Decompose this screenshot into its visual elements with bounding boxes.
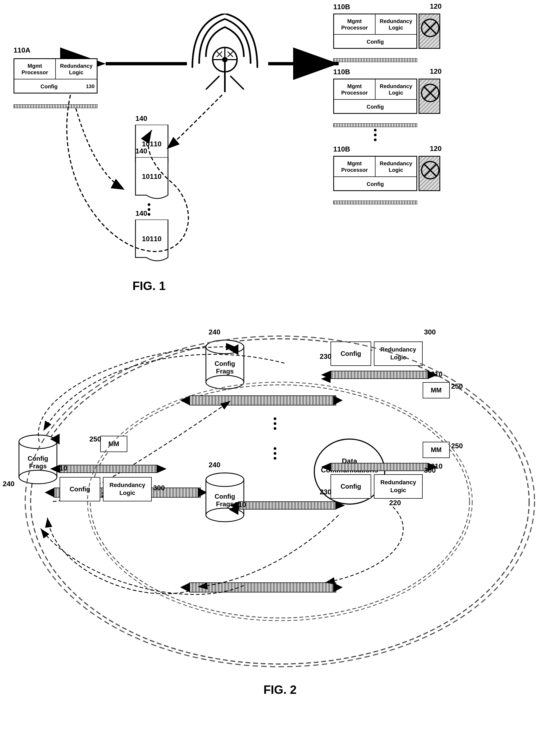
- svg-point-77: [19, 435, 57, 448]
- svg-point-68: [206, 508, 244, 522]
- redundancy-logic-110b2: RedundancyLogic: [376, 79, 416, 99]
- bus-bar-bot: [238, 501, 336, 509]
- bus-bar-top: [331, 371, 428, 379]
- svg-text:Config: Config: [214, 360, 235, 367]
- config-label-top: Config: [341, 350, 361, 357]
- label-140-3: 140: [135, 209, 147, 218]
- mgmt-processor-110b3: MgmtProcessor: [334, 157, 376, 176]
- label-240-bot: 240: [208, 461, 220, 469]
- config-110b1: Config: [367, 39, 384, 45]
- node-110b-2: 110B MgmtProcessor RedundancyLogic Confi…: [333, 79, 417, 123]
- antenna-icon: [184, 14, 265, 95]
- redundancy-logic-bot: RedundancyLogic: [374, 474, 423, 499]
- svg-marker-46: [333, 396, 343, 405]
- svg-marker-51: [180, 583, 190, 592]
- label-140-1: 140: [135, 114, 147, 123]
- label-220: 220: [389, 499, 401, 507]
- config-110a: Config: [14, 83, 84, 90]
- config-box-left: Config: [60, 477, 100, 501]
- svg-line-8: [230, 76, 244, 89]
- svg-line-7: [206, 76, 219, 89]
- label-120-2: 120: [430, 67, 442, 76]
- redundancy-logic-110a: RedundancyLogic: [56, 59, 97, 79]
- config-frags-top: 240 Config Frags: [203, 339, 246, 394]
- label-250-left: 250: [89, 435, 101, 443]
- label-120-3: 120: [430, 144, 442, 153]
- svg-point-56: [206, 375, 244, 389]
- label-210-left: 210: [56, 464, 67, 472]
- label-110a: 110A: [14, 46, 30, 54]
- svg-point-69: [206, 473, 244, 486]
- page: 110A MgmtProcessor RedundancyLogic Confi…: [0, 0, 560, 738]
- bus-bar-left: [60, 465, 157, 473]
- mgmt-processor-110b2: MgmtProcessor: [334, 79, 376, 99]
- mm-label-mid: MM: [431, 446, 442, 454]
- config-frags-bot: 240 Config Frags: [203, 471, 246, 527]
- redundancy-logic-110b3: RedundancyLogic: [376, 157, 416, 176]
- svg-text:Frags: Frags: [216, 500, 233, 508]
- label-120-1: 120: [430, 2, 442, 11]
- config-110b3: Config: [367, 181, 384, 187]
- svg-text:Config: Config: [28, 455, 48, 462]
- svg-rect-41: [190, 583, 336, 592]
- label-140-2: 140: [135, 147, 147, 155]
- label-110b-1: 110B: [333, 3, 350, 11]
- label-250-top: 250: [451, 382, 463, 391]
- redundancy-logic-top: RedundancyLogic: [374, 342, 423, 366]
- node-110a: 110A MgmtProcessor RedundancyLogic Confi…: [14, 58, 97, 104]
- svg-marker-49: [180, 396, 190, 405]
- doc-2: 140 10110: [133, 157, 171, 203]
- redundancy-label-bot: RedundancyLogic: [380, 479, 416, 494]
- label-230-bot: 230: [320, 488, 331, 496]
- label-230-top: 230: [320, 352, 331, 361]
- label-250-mid: 250: [451, 442, 463, 450]
- redundancy-label-top: RedundancyLogic: [380, 346, 416, 361]
- fig2-area: 240 Config Frags Config 230 RedundancyLo…: [0, 312, 560, 734]
- config-box-top: Config: [331, 342, 371, 366]
- fig2-caption: FIG. 2: [0, 683, 560, 697]
- svg-marker-90: [157, 465, 167, 473]
- doc-3: 140 10110: [133, 220, 171, 265]
- svg-marker-50: [45, 488, 54, 497]
- fig1-svg: [0, 5, 560, 304]
- svg-point-57: [206, 340, 244, 354]
- mm-label-left: MM: [108, 440, 119, 448]
- svg-text:Frags: Frags: [216, 368, 233, 375]
- node-110b-3: 110B MgmtProcessor RedundancyLogic Confi…: [333, 156, 417, 201]
- svg-marker-86: [321, 371, 331, 379]
- mm-box-mid: MM: [423, 442, 450, 458]
- dots-fig2-top: [273, 417, 276, 430]
- config-label-bot: Config: [341, 483, 361, 490]
- dots-fig1: [374, 129, 377, 141]
- label-110b-3: 110B: [333, 145, 350, 153]
- svg-text:Config: Config: [214, 493, 235, 500]
- mm-box-left: MM: [100, 436, 127, 452]
- fig1-dashed-arrows: [0, 5, 560, 304]
- svg-text:10110: 10110: [142, 235, 161, 243]
- mm-box-top: MM: [423, 382, 450, 398]
- svg-point-76: [19, 470, 57, 484]
- bus-bar-mid: [331, 463, 428, 471]
- svg-marker-84: [321, 375, 331, 383]
- label-300-top: 300: [424, 328, 436, 336]
- mm-label-top: MM: [431, 386, 442, 394]
- config-110b2: Config: [367, 104, 384, 110]
- label-210-bot: 210: [234, 500, 246, 509]
- redundancy-logic-110b1: RedundancyLogic: [376, 14, 416, 34]
- svg-text:10110: 10110: [142, 172, 161, 180]
- node-110b-1: 110B MgmtProcessor RedundancyLogic Confi…: [333, 14, 417, 58]
- label-240-left: 240: [3, 480, 14, 488]
- fig1-caption: FIG. 1: [0, 279, 298, 293]
- config-label-left: Config: [70, 485, 90, 493]
- fig1-area: 110A MgmtProcessor RedundancyLogic Confi…: [0, 5, 560, 304]
- label-300-left: 300: [153, 484, 165, 492]
- label-130: 130: [84, 83, 97, 90]
- mgmt-processor-110a: MgmtProcessor: [14, 59, 56, 79]
- label-240-top: 240: [208, 328, 220, 336]
- mgmt-processor-110b1: MgmtProcessor: [334, 14, 376, 34]
- svg-marker-48: [333, 583, 343, 592]
- redundancy-label-left: RedundancyLogic: [109, 481, 145, 497]
- label-110b-2: 110B: [333, 68, 350, 76]
- config-box-bot: Config: [331, 474, 371, 499]
- dots-fig2-bot: [273, 447, 276, 460]
